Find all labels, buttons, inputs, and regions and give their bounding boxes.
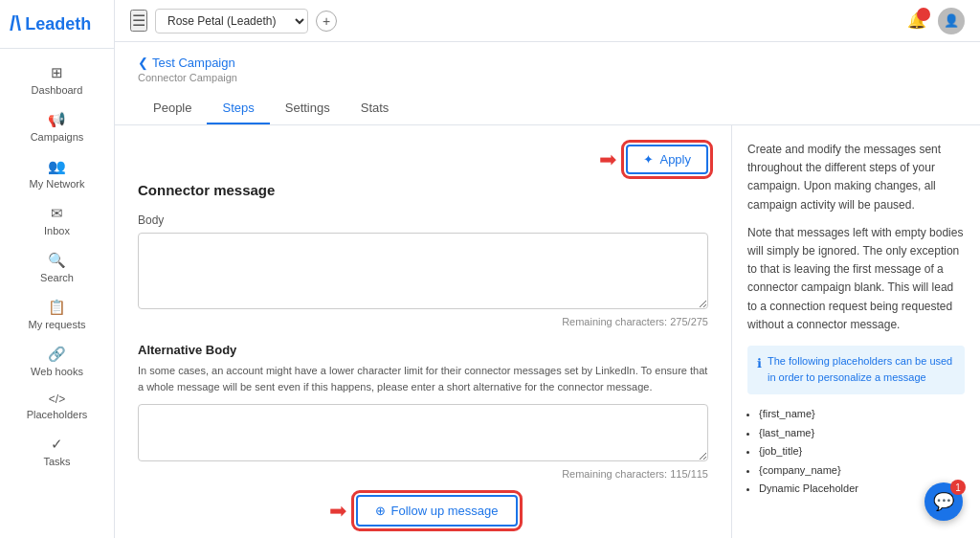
tab-steps[interactable]: Steps (207, 93, 269, 124)
tabs-bar: People Steps Settings Stats (138, 93, 957, 124)
help-info-text: The following placeholders can be used i… (768, 353, 955, 387)
page-header: ❮ Test Campaign Connector Campaign Peopl… (115, 42, 980, 125)
body-label: Body (138, 213, 708, 227)
sidebar-item-label: Placeholders (27, 409, 88, 420)
sidebar-item-my-requests[interactable]: 📋 My requests (0, 291, 114, 338)
main-area: ☰ Rose Petal (Leadeth) + 🔔 👤 ❮ Test Camp… (115, 0, 980, 538)
sidebar-item-search[interactable]: 🔍 Search (0, 244, 114, 291)
apply-arrow: ➡ (599, 147, 616, 172)
placeholder-item: {job_title} (759, 443, 965, 460)
alt-body-textarea[interactable] (138, 404, 708, 461)
avatar[interactable]: 👤 (938, 8, 965, 34)
placeholder-item: {company_name} (759, 462, 965, 480)
tasks-icon: ✓ (51, 436, 63, 453)
sidebar-item-dashboard[interactable]: ⊞ Dashboard (0, 56, 114, 103)
body-char-count: Remaining characters: 275/275 (138, 316, 708, 327)
back-arrow-icon: ❮ (138, 56, 148, 70)
content-area: ❮ Test Campaign Connector Campaign Peopl… (115, 42, 980, 538)
sidebar-item-label: Web hooks (31, 366, 83, 377)
help-info-box: ℹ The following placeholders can be used… (747, 346, 965, 394)
logo-icon: /\ (10, 11, 21, 36)
network-icon: 👥 (48, 158, 66, 175)
workspace-select[interactable]: Rose Petal (Leadeth) (155, 9, 308, 34)
apply-button[interactable]: ✦ Apply (626, 145, 708, 174)
sidebar-item-label: Inbox (44, 225, 70, 236)
alt-body-char-count: Remaining characters: 115/115 (138, 468, 708, 480)
placeholders-list: {first_name} {last_name} {job_title} {co… (747, 406, 965, 498)
hamburger-button[interactable]: ☰ (130, 10, 147, 32)
breadcrumb-label: Test Campaign (152, 56, 235, 70)
sidebar-nav: ⊞ Dashboard 📢 Campaigns 👥 My Network ✉ I… (0, 49, 114, 482)
chat-icon: 💬 (933, 491, 954, 512)
sidebar-item-inbox[interactable]: ✉ Inbox (0, 197, 114, 244)
placeholder-item: {first_name} (759, 406, 965, 423)
notification-badge (917, 8, 930, 21)
follow-up-area: ➡ ⊕ Follow up message (138, 495, 708, 527)
sidebar-item-label: Search (40, 272, 74, 283)
page-subtitle: Connector Campaign (138, 72, 957, 83)
notifications-button[interactable]: 🔔 (907, 11, 926, 30)
sidebar-item-placeholders[interactable]: </> Placeholders (0, 385, 114, 428)
sidebar-item-label: My Network (29, 178, 84, 190)
sidebar-item-label: My requests (29, 319, 86, 330)
requests-icon: 📋 (48, 299, 66, 316)
follow-up-button[interactable]: ⊕ Follow up message (356, 495, 518, 527)
breadcrumb-back[interactable]: ❮ Test Campaign (138, 56, 957, 70)
tab-settings[interactable]: Settings (270, 93, 345, 124)
logo: /\ Leadeth (10, 11, 104, 36)
follow-up-icon: ⊕ (375, 504, 386, 518)
sidebar-item-label: Campaigns (31, 131, 84, 143)
chat-bubble-button[interactable]: 💬 1 (924, 482, 963, 521)
sidebar-item-campaigns[interactable]: 📢 Campaigns (0, 103, 114, 150)
alt-body-label: Alternative Body (138, 343, 708, 357)
tab-stats[interactable]: Stats (345, 93, 405, 124)
search-icon: 🔍 (48, 252, 66, 269)
webhooks-icon: 🔗 (48, 346, 66, 363)
chat-badge: 1 (950, 480, 966, 495)
sidebar-item-tasks[interactable]: ✓ Tasks (0, 428, 114, 475)
follow-up-arrow: ➡ (329, 499, 346, 524)
section-title: Connector message (138, 182, 708, 198)
info-icon: ℹ (757, 354, 762, 387)
inbox-icon: ✉ (51, 205, 63, 222)
add-workspace-button[interactable]: + (316, 11, 337, 32)
help-panel: Create and modify the messages sent thro… (731, 125, 980, 538)
topbar: ☰ Rose Petal (Leadeth) + 🔔 👤 (115, 0, 980, 42)
sidebar-item-web-hooks[interactable]: 🔗 Web hooks (0, 338, 114, 385)
alt-body-description: In some cases, an account might have a l… (138, 363, 708, 394)
sidebar-item-label: Tasks (43, 456, 70, 467)
placeholder-item: {last_name} (759, 425, 965, 442)
body-textarea[interactable] (138, 233, 708, 309)
sidebar: /\ Leadeth ⊞ Dashboard 📢 Campaigns 👥 My … (0, 0, 115, 538)
campaigns-icon: 📢 (48, 111, 66, 128)
dashboard-icon: ⊞ (51, 64, 63, 81)
placeholders-icon: </> (49, 392, 65, 406)
steps-body: ➡ ✦ Apply Connector message Body Remaini… (115, 125, 980, 538)
help-para2: Note that messages left with empty bodie… (747, 224, 965, 334)
help-para1: Create and modify the messages sent thro… (747, 141, 965, 214)
sidebar-item-label: Dashboard (32, 84, 83, 96)
main-form: ➡ ✦ Apply Connector message Body Remaini… (115, 125, 731, 538)
logo-area: /\ Leadeth (0, 0, 114, 49)
apply-icon: ✦ (643, 152, 654, 167)
tab-people[interactable]: People (138, 93, 207, 124)
topbar-right: 🔔 👤 (907, 8, 965, 34)
apply-area: ➡ ✦ Apply (138, 145, 708, 174)
sidebar-item-my-network[interactable]: 👥 My Network (0, 150, 114, 197)
